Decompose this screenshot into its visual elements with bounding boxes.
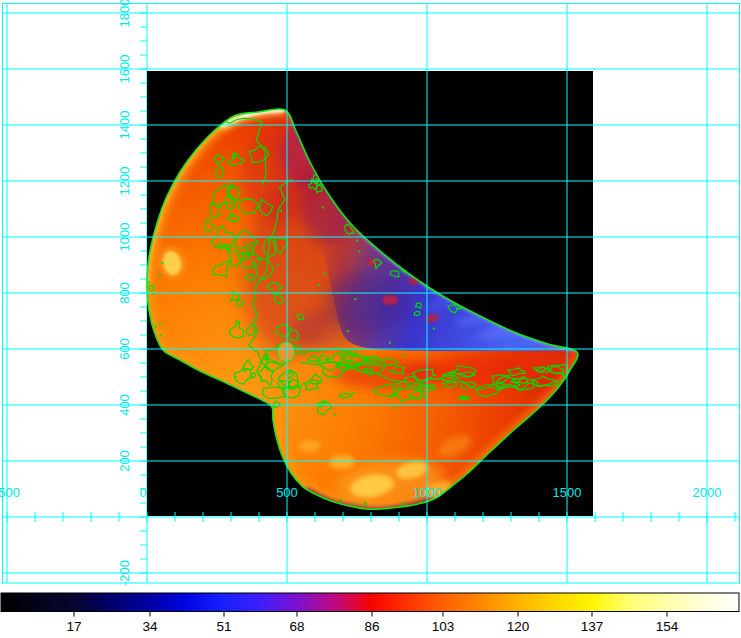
- contour-speck: [148, 281, 150, 283]
- region-marker-ellipse[interactable]: [278, 342, 295, 362]
- contour-speck: [235, 376, 237, 378]
- contour-speck: [155, 326, 157, 328]
- contour-speck: [393, 406, 395, 408]
- contour-speck: [277, 264, 279, 266]
- y-axis-tick-label: 800: [117, 282, 132, 304]
- contour-speck: [318, 284, 320, 286]
- colorbar[interactable]: 1734516886103120137154: [1, 593, 739, 634]
- x-axis-tick-label: -500: [0, 485, 20, 500]
- contour-speck: [364, 502, 366, 504]
- contour-speck: [401, 503, 403, 505]
- contour-speck: [389, 342, 391, 344]
- colorbar-tick-label: 137: [581, 619, 604, 634]
- contour-speck: [322, 207, 324, 209]
- colorbar-tick-label: 86: [364, 619, 379, 634]
- colorbar-tick-label: 51: [216, 619, 231, 634]
- y-axis-tick-label: 1600: [117, 55, 132, 84]
- contour-speck: [354, 503, 356, 505]
- x-axis-tick-label: 500: [276, 485, 298, 500]
- y-axis-tick-label: -200: [117, 560, 132, 586]
- contour-speck: [347, 330, 349, 332]
- contour-speck: [160, 334, 162, 336]
- contour-speck: [159, 322, 161, 324]
- colorbar-strip[interactable]: [1, 593, 739, 612]
- y-axis-tick-label: 1200: [117, 167, 132, 196]
- x-axis-tick-label: 2000: [693, 485, 722, 500]
- contour-speck: [355, 351, 357, 353]
- colorbar-tick-label: 103: [432, 619, 455, 634]
- contour-speck: [358, 251, 360, 253]
- colorbar-tick-label: 154: [656, 619, 679, 634]
- cloud-feature: [326, 272, 410, 332]
- contour-speck: [365, 504, 367, 506]
- contour-speck: [231, 215, 233, 217]
- x-axis-tick-label: 1500: [553, 485, 582, 500]
- colorbar-tick-label: 120: [507, 619, 530, 634]
- contour-speck: [356, 239, 358, 241]
- contour-speck: [303, 353, 305, 355]
- contour-speck: [388, 370, 390, 372]
- contour-speck: [340, 499, 342, 501]
- contour-speck: [334, 414, 336, 416]
- colorbar-tick-label: 68: [289, 619, 304, 634]
- contour-speck: [354, 298, 356, 300]
- y-axis-tick-label: 200: [117, 450, 132, 472]
- y-axis-tick-label: 1400: [117, 111, 132, 140]
- image-display-window: -5000500100015002000-2002004006008001000…: [0, 0, 741, 638]
- contour-speck: [235, 321, 237, 323]
- cloud-feature: [382, 295, 398, 305]
- contour-speck: [280, 210, 282, 212]
- y-axis-tick-label: 1800: [117, 0, 132, 27]
- cloud-feature: [299, 440, 321, 452]
- y-axis-tick-label: 1000: [117, 223, 132, 252]
- colorbar-tick-label: 17: [66, 619, 81, 634]
- contour-speck: [316, 178, 318, 180]
- contour-speck: [352, 392, 354, 394]
- contour-speck: [161, 262, 163, 264]
- colorbar-tick-label: 34: [142, 619, 158, 634]
- x-axis-tick-label: 1000: [413, 485, 442, 500]
- x-axis-tick-label: 0: [139, 485, 146, 500]
- y-axis-tick-label: 400: [117, 394, 132, 416]
- contour-speck: [403, 354, 405, 356]
- contour-speck: [252, 263, 254, 265]
- contour-speck: [341, 369, 343, 371]
- contour-speck: [434, 374, 436, 376]
- y-axis-tick-label: 600: [117, 338, 132, 360]
- contour-speck: [457, 369, 459, 371]
- plot-canvas: -5000500100015002000-2002004006008001000…: [0, 0, 741, 638]
- contour-speck: [324, 273, 326, 275]
- contour-speck: [159, 274, 161, 276]
- contour-speck: [433, 328, 435, 330]
